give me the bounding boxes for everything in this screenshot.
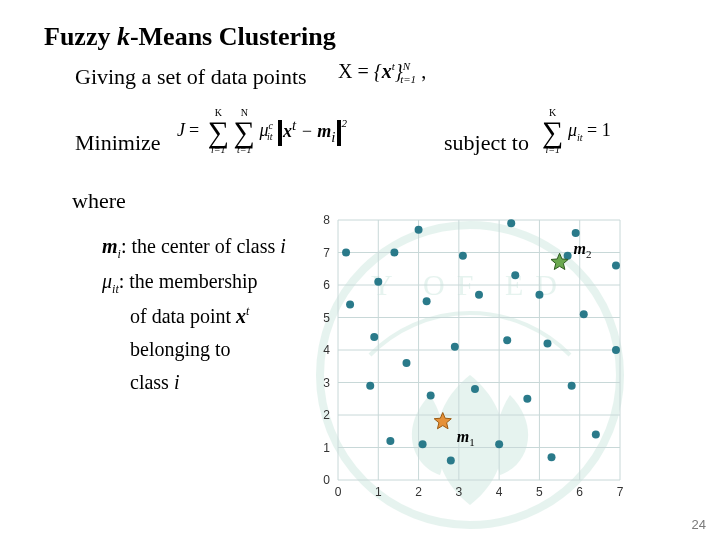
svg-point-33 [459, 252, 467, 260]
svg-point-39 [511, 271, 519, 279]
title-k: k [117, 22, 130, 51]
svg-point-32 [451, 343, 459, 351]
sum-inner: N ∑ t=1 [234, 108, 255, 155]
svg-point-30 [427, 392, 435, 400]
svg-point-26 [402, 359, 410, 367]
def-mi: mi: the center of class i [102, 230, 286, 265]
svg-text:6: 6 [576, 485, 583, 499]
page-number: 24 [692, 517, 706, 532]
svg-point-37 [503, 336, 511, 344]
subject-to-label: subject to [444, 130, 529, 156]
svg-text:6: 6 [323, 278, 330, 292]
minimize-label: Minimize [75, 130, 161, 156]
svg-point-36 [495, 440, 503, 448]
def-mu-3: belonging to [102, 333, 286, 366]
svg-point-41 [535, 291, 543, 299]
svg-point-48 [592, 431, 600, 439]
def-mu-4: class i [102, 366, 286, 399]
where-label: where [72, 188, 126, 214]
svg-point-44 [564, 252, 572, 260]
svg-point-24 [386, 437, 394, 445]
svg-point-43 [548, 453, 556, 461]
svg-point-21 [366, 382, 374, 390]
svg-point-25 [390, 249, 398, 257]
svg-point-23 [374, 278, 382, 286]
svg-point-38 [507, 219, 515, 227]
svg-text:m2: m2 [574, 240, 592, 260]
svg-point-27 [415, 226, 423, 234]
svg-point-22 [370, 333, 378, 341]
sum-outer: K ∑ i=1 [208, 108, 229, 155]
svg-text:8: 8 [323, 213, 330, 227]
svg-text:5: 5 [536, 485, 543, 499]
svg-point-28 [419, 440, 427, 448]
svg-text:0: 0 [323, 473, 330, 487]
svg-text:7: 7 [617, 485, 624, 499]
svg-text:4: 4 [496, 485, 503, 499]
svg-text:7: 7 [323, 246, 330, 260]
svg-point-50 [612, 262, 620, 270]
slide-title: Fuzzy k-Means Clustering [44, 22, 336, 52]
svg-text:m1: m1 [457, 428, 475, 448]
svg-text:0: 0 [335, 485, 342, 499]
svg-point-20 [346, 301, 354, 309]
formula-dataset: X = {xt}Nt=1 , [338, 60, 426, 85]
svg-point-35 [475, 291, 483, 299]
svg-point-19 [342, 249, 350, 257]
svg-text:1: 1 [375, 485, 382, 499]
svg-text:5: 5 [323, 311, 330, 325]
svg-point-34 [471, 385, 479, 393]
title-part-a: Fuzzy [44, 22, 117, 51]
title-part-b: -Means Clustering [130, 22, 336, 51]
svg-text:4: 4 [323, 343, 330, 357]
svg-point-31 [447, 457, 455, 465]
def-mu-2: of data point xt [102, 300, 286, 333]
svg-point-45 [568, 382, 576, 390]
definition-block: mi: the center of class i μit: the membe… [102, 230, 286, 399]
svg-text:3: 3 [323, 376, 330, 390]
svg-point-42 [543, 340, 551, 348]
formula-constraint: K ∑ i=1 μit = 1 [542, 108, 611, 155]
svg-text:2: 2 [415, 485, 422, 499]
svg-text:1: 1 [323, 441, 330, 455]
svg-point-49 [612, 346, 620, 354]
scatter-chart: m1m2 01234567012345678 [310, 212, 630, 502]
svg-point-29 [423, 297, 431, 305]
svg-point-46 [572, 229, 580, 237]
svg-point-47 [580, 310, 588, 318]
svg-point-40 [523, 395, 531, 403]
svg-text:3: 3 [456, 485, 463, 499]
formula-objective: J= K ∑ i=1 N ∑ t=1 μcit xt − mi2 [177, 108, 347, 155]
def-mu: μit: the membership [102, 265, 286, 300]
intro-line: Giving a set of data points [75, 64, 307, 90]
svg-text:2: 2 [323, 408, 330, 422]
